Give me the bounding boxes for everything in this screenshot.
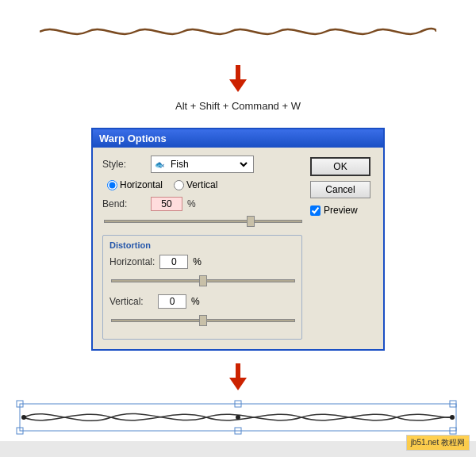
ok-button[interactable]: OK xyxy=(310,157,370,176)
horizontal-dist-slider-container xyxy=(109,274,295,285)
wavy-line-top xyxy=(40,20,436,44)
svg-point-12 xyxy=(236,415,240,420)
bend-label: Bend: xyxy=(102,198,146,209)
svg-rect-2 xyxy=(236,363,240,379)
warp-options-dialog: Warp Options Style: 🐟 Fish xyxy=(91,128,385,351)
distortion-section: Distortion Horizontal: % Vertical: xyxy=(102,235,302,340)
dialog-right-panel: OK Cancel Preview xyxy=(310,156,374,340)
distortion-title: Distortion xyxy=(109,240,295,250)
horizontal-dist-input[interactable] xyxy=(159,255,188,269)
watermark: jb51.net 教程网 xyxy=(406,435,470,451)
bend-slider[interactable] xyxy=(104,220,302,223)
arrow-down-2 xyxy=(0,362,476,394)
down-arrow-icon-2 xyxy=(229,363,247,392)
bend-row: Bend: % xyxy=(102,197,302,211)
bend-slider-container xyxy=(102,214,302,225)
style-row: Style: 🐟 Fish xyxy=(102,156,302,173)
down-arrow-icon xyxy=(229,65,247,94)
svg-rect-0 xyxy=(236,65,240,81)
dialog-left-panel: Style: 🐟 Fish Horizontal xyxy=(102,156,302,340)
vertical-dist-label: Vertical: xyxy=(109,296,153,307)
preview-checkbox[interactable] xyxy=(310,205,321,216)
horizontal-dist-slider[interactable] xyxy=(111,279,295,282)
style-label: Style: xyxy=(102,159,146,170)
style-select-box[interactable]: 🐟 Fish xyxy=(151,156,254,173)
bottom-warped-area xyxy=(0,394,476,441)
horizontal-dist-percent: % xyxy=(193,256,202,267)
svg-point-11 xyxy=(21,415,26,420)
horizontal-dist-row: Horizontal: % xyxy=(109,255,295,269)
vertical-dist-slider-container xyxy=(109,313,295,325)
dialog-wrapper: Warp Options Style: 🐟 Fish xyxy=(0,120,476,362)
vertical-dist-slider[interactable] xyxy=(111,319,295,322)
svg-marker-3 xyxy=(229,378,247,390)
preview-row: Preview xyxy=(310,205,374,216)
arrow-down-1 xyxy=(0,63,476,95)
vertical-radio[interactable] xyxy=(174,180,184,190)
vertical-radio-label[interactable]: Vertical xyxy=(174,179,217,190)
warped-shape xyxy=(16,397,460,437)
preview-label: Preview xyxy=(324,205,358,216)
vertical-dist-input[interactable] xyxy=(158,294,186,309)
vertical-dist-percent: % xyxy=(191,296,200,307)
horizontal-radio-text: Horizontal xyxy=(120,179,163,190)
shortcut-text: Alt + Shift + Command + W xyxy=(175,100,301,112)
bend-percent: % xyxy=(187,198,196,209)
shortcut-text-area: Alt + Shift + Command + W xyxy=(0,95,476,120)
dialog-title-bar: Warp Options xyxy=(93,129,383,148)
top-wavy-area xyxy=(0,0,476,63)
horizontal-dist-label: Horizontal: xyxy=(109,256,155,267)
fish-icon: 🐟 xyxy=(155,160,164,169)
bend-input[interactable] xyxy=(151,197,182,211)
vertical-radio-text: Vertical xyxy=(186,179,217,190)
svg-point-13 xyxy=(450,415,455,420)
dialog-body: Style: 🐟 Fish Horizontal xyxy=(93,148,383,349)
dialog-title: Warp Options xyxy=(99,132,167,144)
style-select[interactable]: Fish xyxy=(167,158,250,171)
cancel-button[interactable]: Cancel xyxy=(310,181,370,198)
orientation-row: Horizontal Vertical xyxy=(102,179,302,190)
vertical-dist-row: Vertical: % xyxy=(109,294,295,309)
horizontal-radio-label[interactable]: Horizontal xyxy=(107,179,163,190)
svg-marker-1 xyxy=(229,79,247,92)
horizontal-radio[interactable] xyxy=(107,180,117,190)
